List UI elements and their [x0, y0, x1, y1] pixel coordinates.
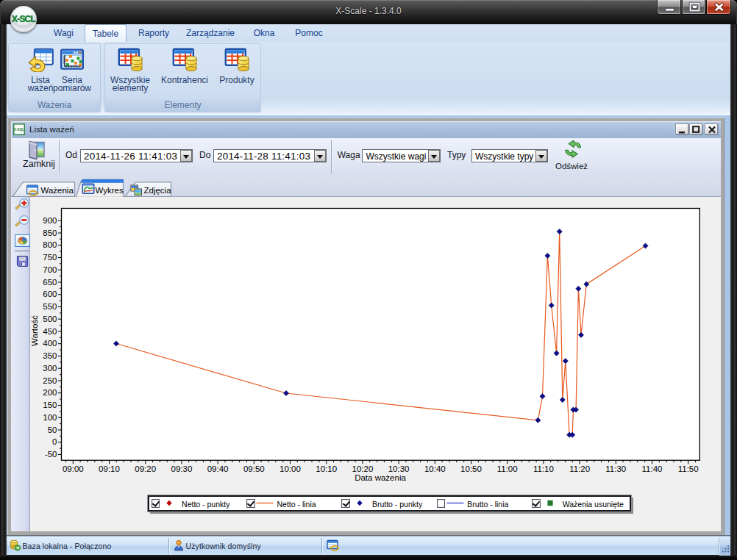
svg-text:09:00: 09:00 — [63, 464, 84, 473]
svg-text:Data ważenia: Data ważenia — [355, 473, 406, 482]
svg-text:250: 250 — [43, 376, 57, 385]
svg-text:750: 750 — [43, 253, 57, 262]
svg-text:09:10: 09:10 — [99, 464, 120, 473]
svg-text:11:10: 11:10 — [533, 464, 554, 473]
svg-text:100: 100 — [43, 413, 57, 422]
svg-text:50: 50 — [48, 426, 57, 434]
svg-text:700: 700 — [43, 265, 57, 274]
svg-text:11:00: 11:00 — [497, 464, 518, 473]
svg-text:200: 200 — [43, 388, 57, 397]
svg-text:09:40: 09:40 — [207, 464, 229, 473]
svg-text:10:50: 10:50 — [460, 464, 482, 473]
svg-text:450: 450 — [43, 327, 57, 336]
svg-text:10:30: 10:30 — [388, 464, 410, 473]
svg-text:550: 550 — [43, 302, 57, 311]
svg-text:0: 0 — [52, 437, 57, 446]
svg-text:Wartość: Wartość — [30, 315, 39, 346]
svg-text:900: 900 — [43, 216, 57, 225]
svg-text:09:30: 09:30 — [171, 464, 193, 473]
svg-text:10:10: 10:10 — [316, 464, 337, 473]
svg-text:150: 150 — [43, 401, 57, 409]
svg-text:650: 650 — [43, 278, 57, 287]
svg-text:500: 500 — [43, 315, 57, 323]
svg-text:11:20: 11:20 — [569, 464, 590, 473]
svg-text:11:40: 11:40 — [642, 464, 663, 473]
svg-text:350: 350 — [43, 351, 57, 360]
svg-text:10:40: 10:40 — [424, 464, 446, 473]
svg-text:09:20: 09:20 — [135, 464, 156, 473]
svg-text:11:30: 11:30 — [605, 464, 626, 473]
svg-text:850: 850 — [43, 229, 57, 237]
svg-text:-50: -50 — [45, 450, 57, 459]
svg-text:600: 600 — [43, 290, 57, 298]
svg-text:300: 300 — [43, 364, 57, 373]
svg-text:10:20: 10:20 — [352, 464, 374, 473]
svg-text:11:50: 11:50 — [678, 464, 699, 473]
svg-text:10:00: 10:00 — [280, 464, 301, 473]
svg-text:400: 400 — [43, 339, 57, 348]
svg-text:09:50: 09:50 — [243, 464, 265, 473]
svg-text:800: 800 — [43, 240, 57, 249]
